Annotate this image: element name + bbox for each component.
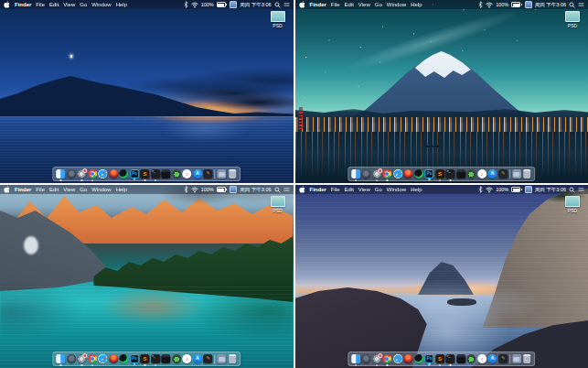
dock-icon-safari[interactable] [99,354,108,363]
input-method-badge[interactable] [230,1,237,8]
dock-icon-trash[interactable] [524,354,531,363]
dock-icon-itunes[interactable]: ♪ [477,169,486,179]
menu-item-view[interactable]: View [358,185,370,194]
wifi-icon[interactable] [486,2,493,8]
menu-app-name[interactable]: Finder [310,0,326,9]
dock-icon-chrome[interactable] [383,354,392,363]
menu-clock[interactable]: 周四 下午3:06 [240,0,271,9]
dock-icon-launchpad[interactable] [362,169,371,179]
desktop-file[interactable]: PSD [561,196,583,213]
dock-icon-launchpad[interactable] [67,354,76,363]
wifi-icon[interactable] [191,187,198,193]
menu-item-help[interactable]: Help [116,0,127,9]
dock-icon-itunes[interactable]: ♪ [183,169,192,179]
dock-icon-pixelmator[interactable]: ✎ [204,354,213,363]
menu-item-edit[interactable]: Edit [49,0,59,9]
battery-icon[interactable] [511,2,522,7]
battery-icon[interactable] [217,2,228,7]
dock-icon-sublime-text[interactable]: S [141,169,150,179]
dock-icon-chrome[interactable] [88,169,97,179]
menu-item-help[interactable]: Help [116,185,127,194]
menu-item-go[interactable]: Go [375,185,382,194]
wifi-icon[interactable] [191,2,198,8]
menu-item-window[interactable]: Window [91,185,111,194]
dock-icon-sublime-text[interactable]: S [435,169,444,179]
dock-icon-photoshop[interactable]: Ps [130,169,139,179]
dock-icon-iterm[interactable] [456,169,465,179]
battery-icon[interactable] [217,187,228,192]
dock-icon-safari[interactable] [393,354,402,363]
dock-icon-sublime-text[interactable]: S [435,354,444,363]
dock-icon-system-preferences[interactable] [78,354,87,363]
dock-icon-terminal[interactable]: >_ [446,354,455,363]
dock-icon-terminal[interactable]: >_ [446,169,455,179]
dock-icon-sublime-text[interactable]: S [141,354,150,363]
dock-icon-finder[interactable] [351,169,360,179]
dock-icon-itunes[interactable]: ♪ [183,354,192,363]
bluetooth-icon[interactable] [184,1,188,8]
bluetooth-icon[interactable] [478,186,483,193]
dock-icon-app-store[interactable]: A [488,354,497,363]
dock-icon-terminal[interactable]: >_ [151,169,160,179]
input-method-badge[interactable] [230,186,237,193]
apple-menu-icon[interactable] [4,1,10,8]
spotlight-icon[interactable] [274,2,281,8]
menu-item-help[interactable]: Help [411,0,422,9]
menu-item-view[interactable]: View [63,0,75,9]
dock-icon-iterm[interactable] [456,354,465,363]
menu-app-name[interactable]: Finder [15,0,31,9]
dock-icon-screenshots-folder[interactable] [512,169,521,179]
dock-icon-firefox[interactable] [109,169,118,179]
notification-center-icon[interactable] [578,2,584,7]
dock-icon-spotify[interactable] [414,354,423,363]
menu-clock[interactable]: 周四 下午3:06 [535,185,566,194]
dock-icon-system-preferences[interactable] [78,169,87,179]
battery-icon[interactable] [511,187,522,192]
input-method-badge[interactable] [525,186,532,193]
menu-item-file[interactable]: File [36,0,45,9]
dock-icon-safari[interactable] [99,169,108,179]
dock-icon-firefox[interactable] [109,354,118,363]
dock-icon-finder[interactable] [57,169,66,179]
dock-icon-system-preferences[interactable] [372,169,381,179]
dock-icon-trash[interactable] [229,354,236,363]
menu-item-go[interactable]: Go [80,185,87,194]
bluetooth-icon[interactable] [478,1,483,8]
dock-icon-finder[interactable] [57,354,66,363]
dock-icon-evernote[interactable] [172,354,181,363]
dock-icon-spotify[interactable] [414,169,423,179]
menu-item-go[interactable]: Go [375,0,382,9]
dock-icon-pixelmator[interactable]: ✎ [498,169,508,179]
bluetooth-icon[interactable] [184,186,188,193]
dock-icon-launchpad[interactable] [67,169,76,179]
dock-icon-terminal[interactable]: >_ [151,354,160,363]
dock-icon-chrome[interactable] [88,354,97,363]
menu-item-edit[interactable]: Edit [345,185,354,194]
dock-icon-photoshop[interactable]: Ps [425,354,434,363]
dock-icon-spotify[interactable] [120,169,129,179]
menu-item-view[interactable]: View [358,0,370,9]
dock-icon-iterm[interactable] [162,354,171,363]
dock-icon-finder[interactable] [351,354,360,363]
spotlight-icon[interactable] [569,2,575,8]
dock-icon-spotify[interactable] [120,354,129,363]
dock-icon-pixelmator[interactable]: ✎ [498,354,508,363]
dock-icon-evernote[interactable] [467,169,476,179]
dock-icon-launchpad[interactable] [362,354,371,363]
menu-item-file[interactable]: File [331,185,340,194]
desktop-file[interactable]: PSD [267,196,289,213]
menu-item-go[interactable]: Go [80,0,87,9]
spotlight-icon[interactable] [569,187,575,193]
apple-menu-icon[interactable] [4,186,10,193]
menu-item-window[interactable]: Window [387,185,406,194]
desktop-file[interactable]: PSD [561,11,583,28]
dock-icon-photoshop[interactable]: Ps [425,169,434,179]
dock-icon-firefox[interactable] [404,169,413,179]
apple-menu-icon[interactable] [299,186,305,193]
apple-menu-icon[interactable] [299,1,305,8]
menu-item-edit[interactable]: Edit [49,185,59,194]
dock-icon-app-store[interactable]: A [488,169,497,179]
dock-icon-app-store[interactable]: A [193,354,202,363]
menu-item-file[interactable]: File [36,185,45,194]
notification-center-icon[interactable] [578,187,584,192]
